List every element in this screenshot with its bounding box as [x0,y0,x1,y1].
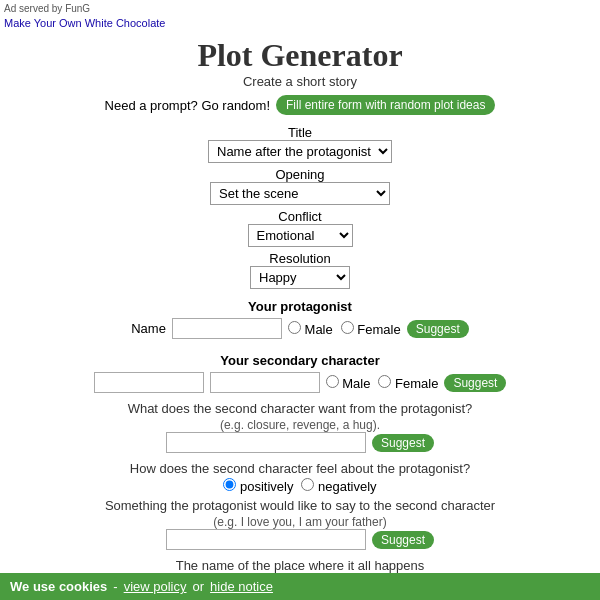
conflict-select[interactable]: Emotional Physical Supernatural Random [248,224,353,247]
page-title: Plot Generator [197,33,402,74]
secondary-male-label: Male [342,376,370,391]
protagonist-suggest-button[interactable]: Suggest [407,320,469,338]
title-select[interactable]: Name after the protagonist Name after th… [208,140,392,163]
conflict-section: Conflict Emotional Physical Supernatural… [80,209,520,247]
positively-label: positively [240,479,293,494]
cookie-view-policy-link[interactable]: view policy [124,579,187,594]
second-want-hint: (e.g. closure, revenge, a hug). [220,418,380,432]
secondary-female-radio[interactable] [378,375,391,388]
female-radio[interactable] [341,321,354,334]
positively-radio-label[interactable]: positively [223,478,293,494]
protagonist-say-suggest-button[interactable]: Suggest [372,531,434,549]
protagonist-say-text: Something the protagonist would like to … [105,498,495,513]
ad-bar: Ad served by FunG Make Your Own White Ch… [0,0,600,33]
conflict-label: Conflict [278,209,321,224]
female-label: Female [357,322,400,337]
negatively-radio-label[interactable]: negatively [301,478,376,494]
resolution-label: Resolution [269,251,330,266]
title-label: Title [288,125,312,140]
prompt-row: Need a prompt? Go random! Fill entire fo… [105,95,496,115]
second-feel-section: How does the second character feel about… [80,461,520,494]
second-want-section: What does the second character want from… [80,401,520,457]
second-feel-text: How does the second character feel about… [130,461,470,476]
title-section: Title Name after the protagonist Name af… [80,125,520,163]
positively-radio[interactable] [223,478,236,491]
protagonist-say-section: Something the protagonist would like to … [80,498,520,554]
female-radio-label[interactable]: Female [341,321,401,337]
second-want-input[interactable] [166,432,366,453]
negatively-radio[interactable] [301,478,314,491]
secondary-female-radio-label[interactable]: Female [378,375,438,391]
protagonist-gender: Male Female [288,321,401,337]
protagonist-row: Name Male Female Suggest [131,318,469,339]
male-label: Male [305,322,333,337]
male-radio[interactable] [288,321,301,334]
ad-served-text: Ad served by FunG [4,3,90,14]
cookie-or: or [193,579,205,594]
male-radio-label[interactable]: Male [288,321,333,337]
secondary-surname-input[interactable] [210,372,320,393]
prompt-text: Need a prompt? Go random! [105,98,270,113]
second-want-suggest-button[interactable]: Suggest [372,434,434,452]
secondary-name-input[interactable] [94,372,204,393]
resolution-select[interactable]: Happy Sad Ambiguous Random [250,266,350,289]
secondary-title: Your secondary character [220,353,379,368]
cookie-bar: We use cookies - view policy or hide not… [0,573,600,600]
opening-label: Opening [275,167,324,182]
opening-section: Opening Set the scene Action Dialogue Ra… [80,167,520,205]
place-name-text: The name of the place where it all happe… [176,558,425,573]
secondary-gender: Male Female [326,375,439,391]
secondary-section: Your secondary character Male Female Sug… [80,347,520,397]
cookie-text: We use cookies [10,579,107,594]
name-label: Name [131,321,166,336]
protagonist-say-input[interactable] [166,529,366,550]
secondary-male-radio-label[interactable]: Male [326,375,371,391]
secondary-suggest-button[interactable]: Suggest [444,374,506,392]
protagonist-say-row: Suggest [166,529,434,550]
second-want-text: What does the second character want from… [128,401,473,416]
protagonist-say-hint: (e.g. I love you, I am your father) [213,515,386,529]
second-want-row: Suggest [166,432,434,453]
protagonist-section: Your protagonist Name Male Female Sugges… [80,293,520,343]
protagonist-name-input[interactable] [172,318,282,339]
opening-select[interactable]: Set the scene Action Dialogue Random [210,182,390,205]
ad-link[interactable]: Make Your Own White Chocolate [4,17,165,29]
secondary-female-label: Female [395,376,438,391]
cookie-separator1: - [113,579,117,594]
secondary-row: Male Female Suggest [94,372,507,393]
second-feel-radios: positively negatively [223,478,376,494]
protagonist-title: Your protagonist [248,299,352,314]
random-fill-button[interactable]: Fill entire form with random plot ideas [276,95,495,115]
page-subtitle: Create a short story [243,74,357,89]
resolution-section: Resolution Happy Sad Ambiguous Random [80,251,520,289]
cookie-hide-notice-link[interactable]: hide notice [210,579,273,594]
secondary-male-radio[interactable] [326,375,339,388]
negatively-label: negatively [318,479,377,494]
